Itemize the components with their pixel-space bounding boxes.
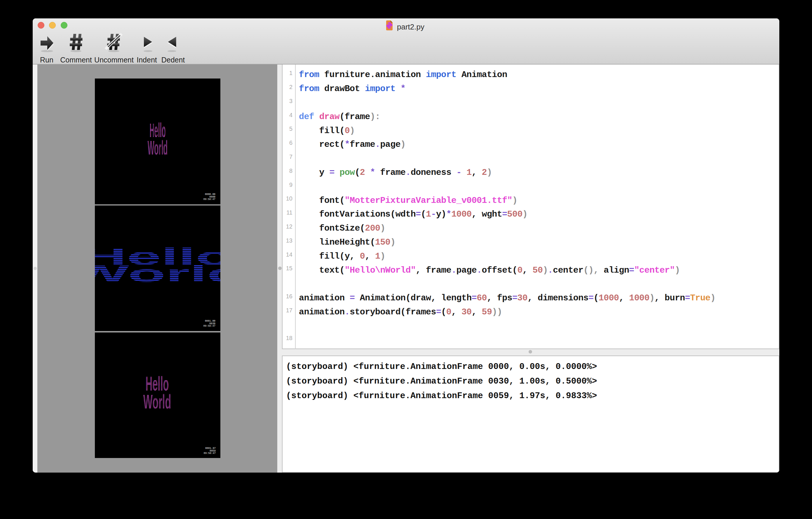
- svg-text:World: World: [95, 261, 221, 287]
- svg-text:World: World: [143, 391, 171, 413]
- svg-text:09:58:47: 09:58:47: [203, 325, 215, 327]
- svg-text:World: World: [148, 137, 168, 159]
- svg-text:09:58:47: 09:58:47: [203, 198, 215, 201]
- svg-text:09:58:47: 09:58:47: [204, 452, 216, 455]
